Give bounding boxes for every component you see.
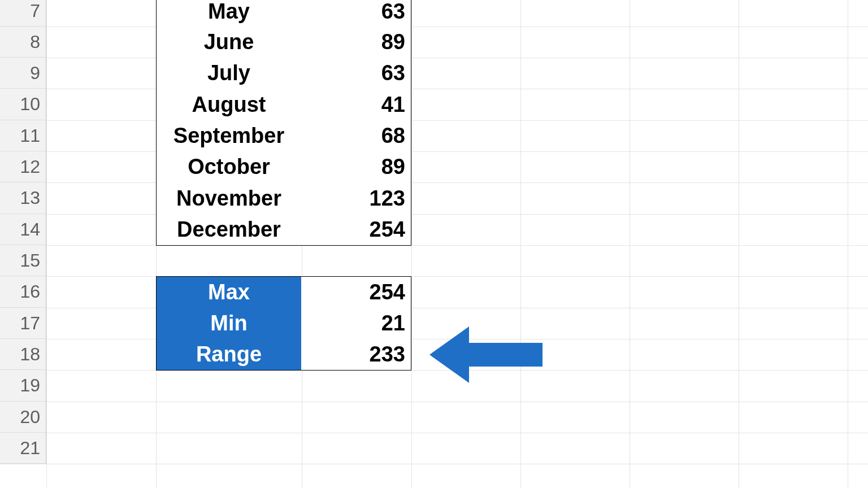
cell-value-august[interactable]: 41	[301, 89, 411, 121]
row-header-20[interactable]: 20	[0, 402, 46, 433]
gridline	[0, 120, 868, 121]
cell-month-may[interactable]: May	[156, 0, 302, 27]
gridline	[848, 0, 848, 488]
gridline	[0, 151, 868, 152]
row-header-8[interactable]: 8	[0, 27, 46, 58]
row-header-21[interactable]: 21	[0, 433, 46, 464]
gridline	[630, 0, 630, 488]
cell-month-june[interactable]: June	[156, 27, 302, 58]
gridline	[0, 89, 868, 89]
cell-value-july[interactable]: 63	[301, 58, 411, 89]
cell-value-december[interactable]: 254	[301, 214, 411, 246]
row-header-17[interactable]: 17	[0, 308, 46, 339]
cell-value-max[interactable]: 254	[301, 276, 411, 308]
cell-month-november[interactable]: November	[156, 182, 302, 215]
gridline	[46, 0, 47, 488]
gridline	[0, 464, 868, 464]
spreadsheet-viewport[interactable]: 7 8 9 10 11 12 13 14 15 16 17 18 19 20 2…	[0, 0, 868, 488]
row-header-18[interactable]: 18	[0, 339, 46, 370]
row-header-7[interactable]: 7	[0, 0, 46, 27]
cell-month-august[interactable]: August	[156, 89, 302, 121]
gridline	[0, 182, 868, 183]
cell-value-november[interactable]: 123	[301, 182, 411, 215]
gridline	[0, 433, 868, 433]
gridline	[520, 0, 521, 488]
cell-value-min[interactable]: 21	[301, 308, 411, 339]
gridline	[0, 27, 868, 27]
row-header-16[interactable]: 16	[0, 276, 46, 308]
pointer-arrow-icon	[429, 326, 542, 383]
gridline	[0, 308, 868, 308]
row-header-10[interactable]: 10	[0, 89, 46, 120]
gridline	[739, 0, 739, 488]
cell-value-june[interactable]: 89	[301, 27, 411, 58]
cell-label-range[interactable]: Range	[156, 339, 302, 371]
gridline	[0, 58, 868, 58]
cell-label-max[interactable]: Max	[156, 276, 302, 308]
cell-value-october[interactable]: 89	[301, 151, 411, 183]
row-header-13[interactable]: 13	[0, 182, 46, 214]
row-header-11[interactable]: 11	[0, 120, 46, 151]
cell-month-october[interactable]: October	[156, 151, 302, 183]
row-header-15[interactable]: 15	[0, 245, 46, 276]
cell-month-december[interactable]: December	[156, 214, 302, 246]
gridline	[0, 276, 868, 277]
gridline	[0, 402, 868, 402]
cell-month-july[interactable]: July	[156, 58, 302, 89]
row-header-12[interactable]: 12	[0, 151, 46, 182]
row-header-19[interactable]: 19	[0, 370, 46, 402]
row-header-9[interactable]: 9	[0, 58, 46, 89]
cell-value-range[interactable]: 233	[301, 339, 411, 371]
cell-month-september[interactable]: September	[156, 120, 302, 152]
cell-label-min[interactable]: Min	[156, 308, 302, 339]
cell-value-may[interactable]: 63	[301, 0, 411, 27]
row-header-14[interactable]: 14	[0, 214, 46, 245]
gridline	[411, 0, 412, 488]
gridline	[0, 245, 868, 246]
gridline	[0, 214, 868, 215]
cell-value-september[interactable]: 68	[301, 120, 411, 152]
